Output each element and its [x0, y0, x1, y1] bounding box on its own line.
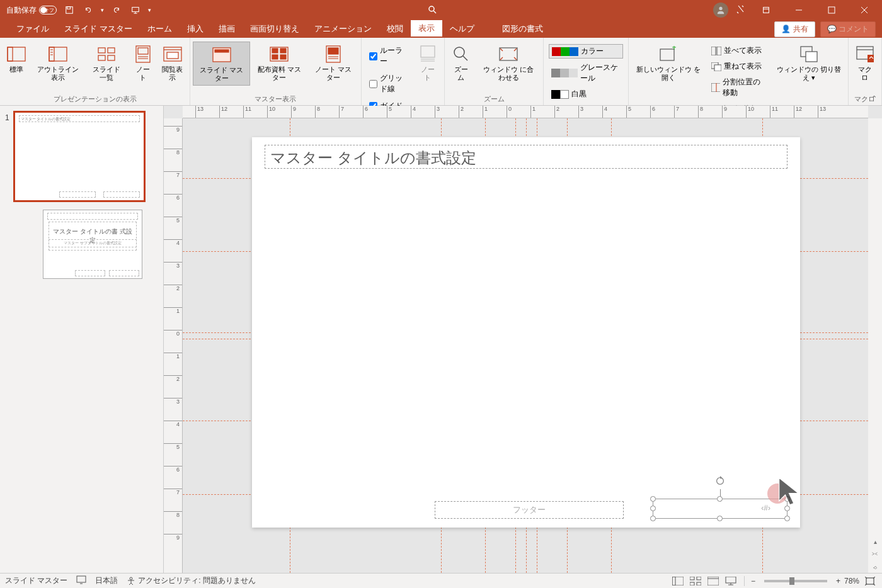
autosave-toggle[interactable]: 自動保存 オフ: [6, 5, 57, 16]
fit-to-window-icon[interactable]: [863, 575, 877, 587]
scroll-up-icon[interactable]: ▴: [868, 535, 882, 548]
accessibility-status[interactable]: アクセシビリティ: 問題ありません: [127, 575, 256, 586]
tab-help[interactable]: ヘルプ: [442, 21, 482, 37]
vertical-scrollbar[interactable]: ▴ ⪥ ⪦: [868, 118, 882, 573]
master-thumbnail[interactable]: 1 マスター タイトルの書式設定: [5, 111, 158, 202]
group-master-views: スライド マスター 配布資料 マスター ノート マスター マスター表示: [190, 38, 361, 105]
svg-rect-7: [8, 47, 25, 61]
ribbon-display-icon[interactable]: [753, 0, 779, 20]
undo-icon[interactable]: [82, 4, 94, 16]
svg-rect-38: [806, 52, 817, 62]
notes-toggle-button: ノー ト: [414, 42, 442, 84]
resize-handle[interactable]: [650, 496, 656, 502]
ribbon: 標準 アウトライン 表示 スライド 一覧 ノー ト 閲覧表示 プレゼンテーション…: [0, 38, 882, 106]
layout-thumbnail[interactable]: マスター タイトルの書 式設定 マスター サブタイトルの書式設定: [43, 210, 142, 279]
minimize-button[interactable]: [786, 0, 811, 20]
svg-rect-1: [67, 7, 71, 9]
resize-handle[interactable]: [650, 506, 656, 511]
notes-master-button[interactable]: ノート マスター: [308, 42, 358, 84]
zoom-percentage[interactable]: 78%: [844, 577, 859, 585]
prev-slide-icon[interactable]: ⪥: [868, 548, 882, 560]
new-window-button[interactable]: 新しいウィンドウ を開く: [631, 42, 705, 84]
collapse-ribbon-icon[interactable]: ⌃: [871, 94, 877, 103]
slide-master-button[interactable]: スライド マスター: [193, 42, 250, 86]
svg-rect-49: [697, 582, 701, 585]
normal-view-button[interactable]: 標準: [3, 42, 30, 76]
slide-sorter-button[interactable]: スライド 一覧: [86, 42, 128, 84]
grayscale-mode-button[interactable]: グレースケール: [549, 61, 623, 85]
notes-page-button[interactable]: ノー ト: [129, 42, 157, 84]
click-indicator: [767, 483, 788, 504]
normal-view-icon[interactable]: [671, 575, 685, 587]
save-icon[interactable]: [63, 4, 76, 16]
slide-canvas[interactable]: マスター タイトルの書式設定 フッター ‹#›: [252, 137, 800, 528]
zoom-button[interactable]: ズーム: [447, 42, 475, 84]
tab-view[interactable]: 表示: [411, 20, 442, 38]
move-split-button[interactable]: 分割位置の移動: [709, 76, 769, 99]
reading-view-icon[interactable]: [706, 575, 720, 587]
outline-view-button[interactable]: アウトライン 表示: [32, 42, 84, 84]
user-avatar[interactable]: [713, 3, 728, 18]
resize-handle[interactable]: [650, 516, 656, 521]
horizontal-ruler[interactable]: /* ticks rendered below */ 1312111098765…: [183, 106, 868, 118]
bw-mode-button[interactable]: 白黒: [549, 88, 623, 101]
macros-button[interactable]: マクロ: [851, 42, 879, 84]
group-window: 新しいウィンドウ を開く 並べて表示 重ねて表示 分割位置の移動 ウィンドウの …: [629, 38, 849, 105]
next-slide-icon[interactable]: ⪦: [868, 560, 882, 573]
zoom-slider[interactable]: [764, 580, 827, 582]
maximize-button[interactable]: [819, 0, 844, 20]
status-language[interactable]: 日本語: [95, 575, 118, 586]
svg-rect-2: [132, 8, 139, 12]
comment-button[interactable]: 💬 コメント: [820, 21, 876, 37]
arrange-all-button[interactable]: 並べて表示: [709, 44, 769, 57]
tab-review[interactable]: 校閲: [379, 21, 411, 37]
svg-rect-46: [690, 577, 694, 580]
handout-master-button[interactable]: 配布資料 マスター: [251, 42, 307, 84]
tab-home[interactable]: ホーム: [140, 21, 180, 37]
cursor-icon: [775, 474, 806, 509]
tab-shape-format[interactable]: 図形の書式: [495, 21, 551, 37]
switch-windows-button[interactable]: ウィンドウの 切り替え ▾: [772, 42, 845, 84]
ruler-checkbox[interactable]: ルーラー: [367, 44, 410, 68]
tab-file[interactable]: ファイル: [9, 21, 57, 37]
master-title-placeholder[interactable]: マスター タイトルの書式設定: [265, 145, 788, 169]
zoom-out-button[interactable]: −: [751, 577, 755, 585]
tab-insert[interactable]: 挿入: [180, 21, 211, 37]
undo-dropdown-icon[interactable]: ▾: [101, 7, 104, 13]
resize-handle[interactable]: [717, 516, 723, 521]
reading-view-button[interactable]: 閲覧表示: [158, 42, 188, 84]
tab-slide-master[interactable]: スライド マスター: [57, 21, 140, 37]
thumbnail-panel: 1 マスター タイトルの書式設定 マスター タイトルの書 式設定 マスター サブ…: [0, 106, 164, 573]
display-settings-icon[interactable]: [76, 575, 86, 586]
svg-point-3: [429, 6, 434, 11]
fit-window-button[interactable]: ウィンドウ に合わせる: [476, 42, 541, 84]
svg-rect-44: [672, 577, 684, 585]
vertical-ruler[interactable]: 9876543210123456789: [164, 118, 183, 573]
svg-point-4: [719, 7, 722, 10]
zoom-in-button[interactable]: +: [836, 577, 840, 585]
tab-transitions[interactable]: 画面切り替え: [243, 21, 307, 37]
tab-draw[interactable]: 描画: [211, 21, 243, 37]
redo-icon[interactable]: [110, 4, 123, 16]
color-mode-button[interactable]: カラー: [549, 44, 623, 59]
svg-rect-23: [280, 48, 286, 53]
slide-number-placeholder[interactable]: ‹#›: [653, 499, 788, 519]
start-slideshow-icon[interactable]: [129, 4, 142, 16]
svg-rect-28: [421, 46, 435, 57]
resize-handle[interactable]: [717, 496, 723, 502]
touch-mode-icon[interactable]: [736, 4, 746, 16]
close-button[interactable]: [852, 0, 877, 20]
svg-point-41: [717, 478, 724, 485]
svg-rect-36: [711, 83, 719, 92]
search-icon[interactable]: [427, 4, 437, 16]
svg-rect-14: [108, 55, 115, 60]
footer-placeholder[interactable]: フッター: [435, 501, 624, 519]
gridlines-checkbox[interactable]: グリッド線: [367, 72, 410, 96]
status-mode[interactable]: スライド マスター: [5, 575, 67, 586]
cascade-button[interactable]: 重ねて表示: [709, 60, 769, 73]
slide-sorter-view-icon[interactable]: [689, 575, 702, 587]
slideshow-view-icon[interactable]: [724, 575, 738, 587]
resize-handle[interactable]: [784, 516, 790, 521]
tab-animations[interactable]: アニメーション: [307, 21, 379, 37]
share-button[interactable]: 👤共有: [774, 21, 815, 37]
